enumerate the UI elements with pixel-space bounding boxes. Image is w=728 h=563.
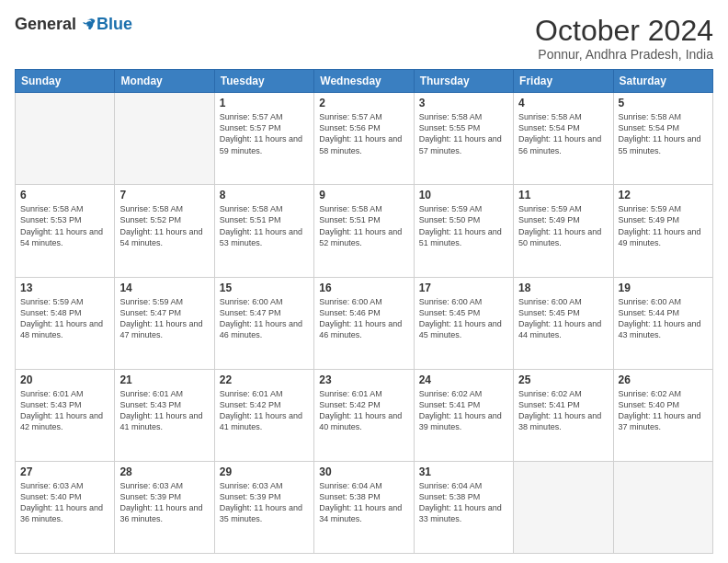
day-number: 4 [518, 97, 608, 109]
day-number: 5 [619, 97, 708, 109]
table-row [514, 461, 613, 553]
location-subtitle: Ponnur, Andhra Pradesh, India [535, 47, 713, 62]
table-row: 21Sunrise: 6:01 AM Sunset: 5:43 PM Dayli… [115, 369, 214, 461]
table-row: 4Sunrise: 5:58 AM Sunset: 5:54 PM Daylig… [514, 93, 613, 185]
day-info: Sunrise: 5:58 AM Sunset: 5:51 PM Dayligh… [319, 203, 408, 248]
day-number: 19 [619, 282, 708, 294]
table-row: 12Sunrise: 5:59 AM Sunset: 5:49 PM Dayli… [613, 185, 712, 277]
day-number: 2 [319, 97, 408, 109]
table-row: 2Sunrise: 5:57 AM Sunset: 5:56 PM Daylig… [314, 93, 414, 185]
logo-general: General [15, 15, 76, 34]
day-number: 26 [619, 373, 708, 386]
table-row: 29Sunrise: 6:03 AM Sunset: 5:39 PM Dayli… [214, 461, 313, 553]
day-info: Sunrise: 5:58 AM Sunset: 5:54 PM Dayligh… [619, 111, 708, 156]
logo-blue: Blue [97, 15, 132, 34]
table-row [16, 93, 115, 185]
day-info: Sunrise: 6:01 AM Sunset: 5:42 PM Dayligh… [220, 388, 309, 433]
table-row: 27Sunrise: 6:03 AM Sunset: 5:40 PM Dayli… [16, 461, 115, 553]
day-number: 22 [220, 373, 309, 386]
col-saturday: Saturday [613, 70, 712, 93]
day-info: Sunrise: 6:03 AM Sunset: 5:40 PM Dayligh… [20, 480, 109, 525]
table-row: 20Sunrise: 6:01 AM Sunset: 5:43 PM Dayli… [16, 369, 115, 461]
day-info: Sunrise: 6:00 AM Sunset: 5:46 PM Dayligh… [319, 296, 408, 341]
day-info: Sunrise: 6:02 AM Sunset: 5:41 PM Dayligh… [419, 388, 508, 433]
table-row: 26Sunrise: 6:02 AM Sunset: 5:40 PM Dayli… [613, 369, 712, 461]
day-number: 14 [119, 282, 209, 294]
logo: General Blue [15, 15, 132, 34]
calendar-week-row: 27Sunrise: 6:03 AM Sunset: 5:40 PM Dayli… [16, 461, 713, 553]
day-number: 11 [518, 189, 608, 201]
table-row: 22Sunrise: 6:01 AM Sunset: 5:42 PM Dayli… [214, 369, 313, 461]
table-row: 25Sunrise: 6:02 AM Sunset: 5:41 PM Dayli… [514, 369, 613, 461]
day-info: Sunrise: 5:59 AM Sunset: 5:49 PM Dayligh… [518, 203, 608, 248]
page: General Blue October 2024 Ponnur, Andhra… [0, 0, 728, 563]
table-row: 14Sunrise: 5:59 AM Sunset: 5:47 PM Dayli… [115, 277, 214, 369]
day-number: 7 [119, 189, 209, 201]
day-number: 13 [20, 282, 109, 294]
day-number: 27 [20, 465, 109, 478]
day-number: 20 [20, 373, 109, 386]
day-number: 9 [319, 189, 408, 201]
day-number: 10 [419, 189, 508, 201]
day-info: Sunrise: 6:01 AM Sunset: 5:42 PM Dayligh… [319, 388, 408, 433]
day-info: Sunrise: 6:04 AM Sunset: 5:38 PM Dayligh… [419, 480, 508, 525]
day-info: Sunrise: 5:59 AM Sunset: 5:49 PM Dayligh… [619, 203, 708, 248]
day-number: 23 [319, 373, 408, 386]
calendar-week-row: 20Sunrise: 6:01 AM Sunset: 5:43 PM Dayli… [16, 369, 713, 461]
table-row: 3Sunrise: 5:58 AM Sunset: 5:55 PM Daylig… [414, 93, 513, 185]
table-row: 23Sunrise: 6:01 AM Sunset: 5:42 PM Dayli… [314, 369, 414, 461]
day-number: 3 [419, 97, 508, 109]
day-info: Sunrise: 5:58 AM Sunset: 5:54 PM Dayligh… [518, 111, 608, 156]
calendar-week-row: 6Sunrise: 5:58 AM Sunset: 5:53 PM Daylig… [16, 185, 713, 277]
table-row: 31Sunrise: 6:04 AM Sunset: 5:38 PM Dayli… [414, 461, 513, 553]
day-number: 28 [119, 465, 209, 478]
day-info: Sunrise: 6:00 AM Sunset: 5:44 PM Dayligh… [619, 296, 708, 341]
title-section: October 2024 Ponnur, Andhra Pradesh, Ind… [535, 15, 713, 62]
day-info: Sunrise: 6:03 AM Sunset: 5:39 PM Dayligh… [220, 480, 309, 525]
day-number: 29 [220, 465, 309, 478]
calendar-table: Sunday Monday Tuesday Wednesday Thursday… [15, 69, 713, 554]
day-number: 18 [518, 282, 608, 294]
day-number: 24 [419, 373, 508, 386]
day-number: 16 [319, 282, 408, 294]
table-row: 24Sunrise: 6:02 AM Sunset: 5:41 PM Dayli… [414, 369, 513, 461]
day-number: 6 [20, 189, 109, 201]
day-info: Sunrise: 6:02 AM Sunset: 5:40 PM Dayligh… [619, 388, 708, 433]
day-info: Sunrise: 5:58 AM Sunset: 5:52 PM Dayligh… [119, 203, 209, 248]
day-info: Sunrise: 6:04 AM Sunset: 5:38 PM Dayligh… [319, 480, 408, 525]
table-row: 16Sunrise: 6:00 AM Sunset: 5:46 PM Dayli… [314, 277, 414, 369]
table-row [115, 93, 214, 185]
day-info: Sunrise: 6:00 AM Sunset: 5:45 PM Dayligh… [518, 296, 608, 341]
table-row: 30Sunrise: 6:04 AM Sunset: 5:38 PM Dayli… [314, 461, 414, 553]
day-number: 15 [220, 282, 309, 294]
day-info: Sunrise: 5:58 AM Sunset: 5:53 PM Dayligh… [20, 203, 109, 248]
table-row: 8Sunrise: 5:58 AM Sunset: 5:51 PM Daylig… [214, 185, 313, 277]
table-row: 11Sunrise: 5:59 AM Sunset: 5:49 PM Dayli… [514, 185, 613, 277]
table-row: 13Sunrise: 5:59 AM Sunset: 5:48 PM Dayli… [16, 277, 115, 369]
day-info: Sunrise: 6:01 AM Sunset: 5:43 PM Dayligh… [20, 388, 109, 433]
table-row: 19Sunrise: 6:00 AM Sunset: 5:44 PM Dayli… [613, 277, 712, 369]
table-row: 17Sunrise: 6:00 AM Sunset: 5:45 PM Dayli… [414, 277, 513, 369]
col-wednesday: Wednesday [314, 70, 414, 93]
day-info: Sunrise: 6:01 AM Sunset: 5:43 PM Dayligh… [119, 388, 209, 433]
calendar-week-row: 13Sunrise: 5:59 AM Sunset: 5:48 PM Dayli… [16, 277, 713, 369]
month-title: October 2024 [535, 15, 713, 47]
calendar-header-row: Sunday Monday Tuesday Wednesday Thursday… [16, 70, 713, 93]
table-row: 15Sunrise: 6:00 AM Sunset: 5:47 PM Dayli… [214, 277, 313, 369]
day-info: Sunrise: 6:00 AM Sunset: 5:47 PM Dayligh… [220, 296, 309, 341]
day-info: Sunrise: 5:57 AM Sunset: 5:56 PM Dayligh… [319, 111, 408, 156]
day-number: 17 [419, 282, 508, 294]
col-monday: Monday [115, 70, 214, 93]
col-sunday: Sunday [16, 70, 115, 93]
table-row: 9Sunrise: 5:58 AM Sunset: 5:51 PM Daylig… [314, 185, 414, 277]
day-number: 21 [119, 373, 209, 386]
table-row: 28Sunrise: 6:03 AM Sunset: 5:39 PM Dayli… [115, 461, 214, 553]
day-info: Sunrise: 5:58 AM Sunset: 5:51 PM Dayligh… [220, 203, 309, 248]
table-row: 10Sunrise: 5:59 AM Sunset: 5:50 PM Dayli… [414, 185, 513, 277]
day-number: 8 [220, 189, 309, 201]
table-row: 1Sunrise: 5:57 AM Sunset: 5:57 PM Daylig… [214, 93, 313, 185]
day-info: Sunrise: 6:03 AM Sunset: 5:39 PM Dayligh… [119, 480, 209, 525]
col-thursday: Thursday [414, 70, 513, 93]
table-row: 18Sunrise: 6:00 AM Sunset: 5:45 PM Dayli… [514, 277, 613, 369]
table-row: 5Sunrise: 5:58 AM Sunset: 5:54 PM Daylig… [613, 93, 712, 185]
